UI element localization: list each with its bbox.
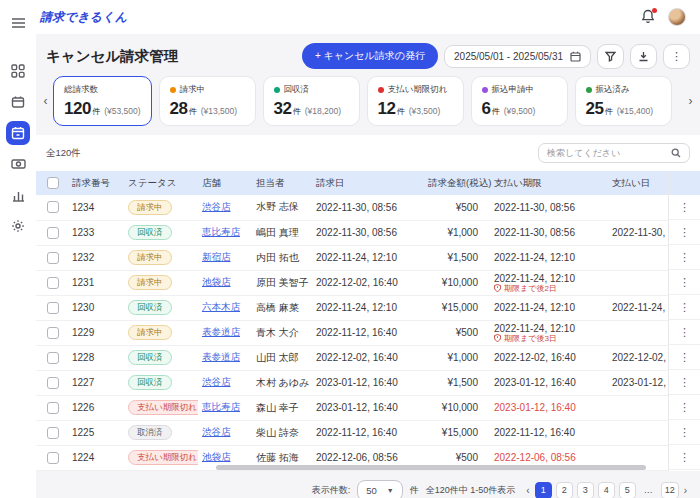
page-button[interactable]: 1	[535, 482, 552, 498]
stat-card[interactable]: 総請求数 120 件 (¥53,500)	[53, 76, 152, 126]
stat-card-label: 振込済み	[596, 84, 630, 96]
store-link[interactable]: 池袋店	[202, 276, 231, 287]
table-row[interactable]: 1232 請求中 新宿店 内田 拓也 2022-11-24, 12:10 ¥1,…	[36, 245, 668, 270]
horizontal-scrollbar[interactable]	[216, 465, 646, 470]
row-actions-kebab-icon[interactable]: ⋮	[669, 245, 700, 270]
avatar[interactable]	[668, 8, 686, 26]
row-checkbox[interactable]	[47, 402, 59, 414]
invoice-number: 1228	[68, 345, 124, 370]
table-row[interactable]: 1228 回収済 表参道店 山田 太郎 2022-12-02, 16:40 ¥1…	[36, 345, 668, 370]
status-badge: 回収済	[128, 375, 172, 391]
per-page-select[interactable]: 50 ▼	[357, 480, 403, 498]
table-row[interactable]: 1233 回収済 恵比寿店 嶋田 真理 2022-11-30, 08:56 ¥1…	[36, 220, 668, 245]
table-row[interactable]: 1226 支払い期限切れ 恵比寿店 森山 幸子 2023-01-12, 16:4…	[36, 395, 668, 420]
stat-card[interactable]: 請求中 28 件 (¥13,500)	[159, 76, 256, 126]
page-button[interactable]: 12	[661, 482, 679, 498]
table-row[interactable]: 1227 回収済 渋谷店 木村 あゆみ 2023-01-12, 16:40 ¥1…	[36, 370, 668, 395]
sidebar-item-payout-icon[interactable]	[6, 152, 30, 176]
row-checkbox[interactable]	[47, 377, 59, 389]
status-badge: 請求中	[128, 200, 172, 216]
row-checkbox[interactable]	[47, 302, 59, 314]
table-scroll-area[interactable]: 請求番号 ステータス 店舗 担当者 請求日 請求金額(税込) 支払い期限 支払い…	[36, 171, 668, 471]
invoice-number: 1233	[68, 220, 124, 245]
next-page-icon[interactable]: ›	[683, 485, 688, 496]
store-link[interactable]: 渋谷店	[202, 426, 231, 437]
status-dot	[274, 87, 280, 93]
row-actions-kebab-icon[interactable]: ⋮	[669, 270, 700, 295]
row-checkbox[interactable]	[47, 327, 59, 339]
table-header-row: 請求番号 ステータス 店舗 担当者 請求日 請求金額(税込) 支払い期限 支払い…	[36, 171, 668, 195]
table-row[interactable]: 1229 請求中 表参道店 青木 大介 2022-11-12, 16:40 ¥5…	[36, 320, 668, 345]
store-link[interactable]: 新宿店	[202, 251, 231, 262]
table-row[interactable]: 1234 請求中 渋谷店 水野 志保 2022-11-30, 08:56 ¥50…	[36, 195, 668, 220]
stat-card-amount: (¥18,200)	[305, 106, 341, 116]
row-actions-kebab-icon[interactable]: ⋮	[669, 345, 700, 370]
store-link[interactable]: 表参道店	[202, 351, 240, 362]
cards-scroll-right-icon[interactable]: ›	[683, 94, 698, 108]
row-actions-kebab-icon[interactable]: ⋮	[669, 320, 700, 345]
more-options-button[interactable]: ⋮	[663, 44, 690, 69]
row-checkbox[interactable]	[47, 427, 59, 439]
row-actions-kebab-icon[interactable]: ⋮	[669, 220, 700, 245]
sidebar-item-invoice-calendar-icon[interactable]	[6, 121, 30, 145]
stat-card-unit: 件	[492, 106, 500, 117]
store-link[interactable]: 表参道店	[202, 326, 240, 337]
stat-card[interactable]: 支払い期限切れ 12 件 (¥3,500)	[367, 76, 464, 126]
row-checkbox[interactable]	[47, 452, 59, 464]
stat-card-label: 総請求数	[64, 84, 98, 96]
stat-card[interactable]: 振込申請中 6 件 (¥9,500)	[471, 76, 568, 126]
sidebar-item-analytics-icon[interactable]	[6, 183, 30, 207]
menu-hamburger-icon[interactable]	[6, 11, 30, 35]
cards-scroll-left-icon[interactable]: ‹	[38, 94, 53, 108]
manager-name: 嶋田 真理	[252, 220, 312, 245]
page-button[interactable]: 5	[619, 482, 636, 498]
create-cancel-invoice-button[interactable]: + キャンセル請求の発行	[302, 43, 438, 69]
row-actions-kebab-icon[interactable]: ⋮	[669, 195, 700, 220]
status-dot	[586, 87, 592, 93]
page-button[interactable]: 2	[556, 482, 573, 498]
filter-button[interactable]	[597, 44, 624, 69]
table-row[interactable]: 1225 取消済 渋谷店 柴山 詩奈 2022-11-12, 16:40 ¥15…	[36, 420, 668, 445]
date-range-value: 2025/05/01 - 2025/05/31	[454, 51, 563, 62]
stat-card-count: 32	[274, 99, 292, 119]
row-actions-kebab-icon[interactable]: ⋮	[669, 395, 700, 420]
row-checkbox[interactable]	[47, 201, 59, 213]
store-link[interactable]: 池袋店	[202, 451, 231, 462]
manager-name: 柴山 詩奈	[252, 420, 312, 445]
notification-bell-icon[interactable]	[641, 9, 656, 25]
table-row[interactable]: 1230 回収済 六本木店 高橋 麻菜 2022-11-24, 12:10 ¥1…	[36, 295, 668, 320]
prev-page-icon[interactable]: ‹	[525, 485, 530, 496]
row-checkbox[interactable]	[47, 252, 59, 264]
stat-card-unit: 件	[189, 106, 197, 117]
page-button[interactable]: 3	[577, 482, 594, 498]
page-button[interactable]: 4	[598, 482, 615, 498]
store-link[interactable]: 六本木店	[202, 301, 240, 312]
store-link[interactable]: 恵比寿店	[202, 226, 240, 237]
row-checkbox[interactable]	[47, 277, 59, 289]
store-link[interactable]: 渋谷店	[202, 201, 231, 212]
pagination-bar: 表示件数: 50 ▼ 件 全120件中 1-50件表示 ‹ 12345…12 ›	[36, 471, 700, 498]
status-badge: 支払い期限切れ	[128, 450, 198, 466]
row-actions-kebab-icon[interactable]: ⋮	[669, 295, 700, 320]
sidebar-item-settings-icon[interactable]	[6, 214, 30, 238]
row-checkbox[interactable]	[47, 352, 59, 364]
stat-card[interactable]: 振込済み 25 件 (¥15,400)	[575, 76, 672, 126]
select-all-checkbox[interactable]	[47, 177, 59, 189]
status-dot	[378, 87, 384, 93]
table-row[interactable]: 1231 請求中 池袋店 原田 美智子 2022-12-02, 16:40 ¥1…	[36, 270, 668, 295]
per-page-label: 表示件数:	[312, 484, 351, 497]
store-link[interactable]: 渋谷店	[202, 376, 231, 387]
row-actions-kebab-icon[interactable]: ⋮	[669, 420, 700, 445]
sidebar-item-shop-icon[interactable]	[6, 90, 30, 114]
row-actions-kebab-icon[interactable]: ⋮	[669, 445, 700, 470]
sidebar-item-dashboard-grid-icon[interactable]	[6, 59, 30, 83]
search-input[interactable]	[547, 148, 671, 158]
row-checkbox[interactable]	[47, 227, 59, 239]
stat-card[interactable]: 回収済 32 件 (¥18,200)	[263, 76, 360, 126]
stat-card-label: 振込申請中	[492, 84, 535, 96]
download-button[interactable]	[630, 44, 657, 69]
store-link[interactable]: 恵比寿店	[202, 401, 240, 412]
stat-card-label: 請求中	[180, 84, 206, 96]
row-actions-kebab-icon[interactable]: ⋮	[669, 370, 700, 395]
date-range-picker[interactable]: 2025/05/01 - 2025/05/31	[444, 45, 591, 68]
